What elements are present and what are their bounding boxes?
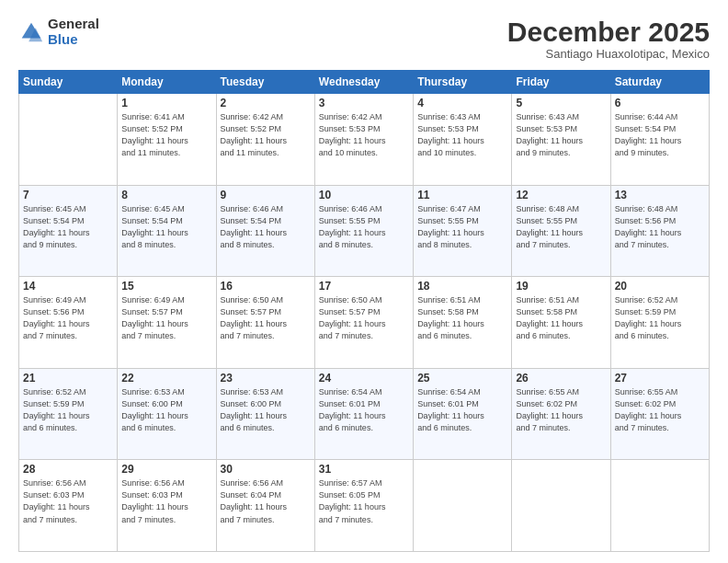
day-info: Sunrise: 6:42 AMSunset: 5:52 PMDaylight:… <box>221 111 311 159</box>
day-header-thursday: Thursday <box>414 71 512 94</box>
calendar-cell: 20Sunrise: 6:52 AMSunset: 5:59 PMDayligh… <box>610 277 709 369</box>
logo-general-text: General <box>48 17 99 32</box>
calendar-cell: 10Sunrise: 6:46 AMSunset: 5:55 PMDayligh… <box>314 185 413 277</box>
day-number: 11 <box>417 189 507 201</box>
calendar-cell: 31Sunrise: 6:57 AMSunset: 6:05 PMDayligh… <box>314 460 413 552</box>
month-title: December 2025 <box>507 17 710 47</box>
calendar-cell <box>512 460 610 552</box>
calendar-cell: 12Sunrise: 6:48 AMSunset: 5:55 PMDayligh… <box>512 185 610 277</box>
day-number: 2 <box>221 97 311 109</box>
calendar-week-row: 1Sunrise: 6:41 AMSunset: 5:52 PMDaylight… <box>19 94 710 186</box>
calendar-cell: 30Sunrise: 6:56 AMSunset: 6:04 PMDayligh… <box>216 460 314 552</box>
day-number: 16 <box>221 280 311 293</box>
day-header-monday: Monday <box>118 71 216 94</box>
day-number: 7 <box>23 189 113 201</box>
logo-icon <box>18 19 44 45</box>
calendar-cell: 18Sunrise: 6:51 AMSunset: 5:58 PMDayligh… <box>414 277 512 369</box>
calendar-cell: 21Sunrise: 6:52 AMSunset: 5:59 PMDayligh… <box>19 368 118 460</box>
calendar-cell: 4Sunrise: 6:43 AMSunset: 5:53 PMDaylight… <box>414 94 512 186</box>
day-number: 24 <box>319 372 409 385</box>
day-number: 26 <box>516 372 606 385</box>
day-header-tuesday: Tuesday <box>216 71 314 94</box>
page: General Blue December 2025 Santiago Huax… <box>0 0 728 563</box>
day-info: Sunrise: 6:49 AMSunset: 5:56 PMDaylight:… <box>23 294 113 342</box>
calendar-table: SundayMondayTuesdayWednesdayThursdayFrid… <box>18 70 710 552</box>
calendar-cell: 5Sunrise: 6:43 AMSunset: 5:53 PMDaylight… <box>512 94 610 186</box>
day-info: Sunrise: 6:42 AMSunset: 5:53 PMDaylight:… <box>319 111 409 159</box>
calendar-cell: 16Sunrise: 6:50 AMSunset: 5:57 PMDayligh… <box>216 277 314 369</box>
calendar-cell: 3Sunrise: 6:42 AMSunset: 5:53 PMDaylight… <box>314 94 413 186</box>
day-number: 27 <box>615 372 705 385</box>
calendar-week-row: 21Sunrise: 6:52 AMSunset: 5:59 PMDayligh… <box>19 368 710 460</box>
calendar-cell <box>414 460 512 552</box>
day-number: 25 <box>417 372 507 385</box>
day-info: Sunrise: 6:45 AMSunset: 5:54 PMDaylight:… <box>121 203 211 251</box>
day-number: 5 <box>516 97 606 109</box>
calendar-cell: 29Sunrise: 6:56 AMSunset: 6:03 PMDayligh… <box>118 460 216 552</box>
day-info: Sunrise: 6:53 AMSunset: 6:00 PMDaylight:… <box>221 386 311 434</box>
calendar-header-row: SundayMondayTuesdayWednesdayThursdayFrid… <box>19 71 710 94</box>
day-header-wednesday: Wednesday <box>314 71 413 94</box>
calendar-cell: 25Sunrise: 6:54 AMSunset: 6:01 PMDayligh… <box>414 368 512 460</box>
day-info: Sunrise: 6:46 AMSunset: 5:55 PMDaylight:… <box>319 203 409 251</box>
day-info: Sunrise: 6:43 AMSunset: 5:53 PMDaylight:… <box>516 111 606 159</box>
day-info: Sunrise: 6:52 AMSunset: 5:59 PMDaylight:… <box>23 386 113 434</box>
logo: General Blue <box>18 17 99 47</box>
day-info: Sunrise: 6:55 AMSunset: 6:02 PMDaylight:… <box>615 386 705 434</box>
calendar-cell: 26Sunrise: 6:55 AMSunset: 6:02 PMDayligh… <box>512 368 610 460</box>
day-number: 3 <box>319 97 409 109</box>
day-info: Sunrise: 6:57 AMSunset: 6:05 PMDaylight:… <box>319 477 409 525</box>
day-info: Sunrise: 6:51 AMSunset: 5:58 PMDaylight:… <box>417 294 507 342</box>
day-info: Sunrise: 6:46 AMSunset: 5:54 PMDaylight:… <box>221 203 311 251</box>
day-number: 15 <box>121 280 211 293</box>
day-info: Sunrise: 6:53 AMSunset: 6:00 PMDaylight:… <box>121 386 211 434</box>
day-number: 17 <box>319 280 409 293</box>
day-info: Sunrise: 6:54 AMSunset: 6:01 PMDaylight:… <box>319 386 409 434</box>
day-info: Sunrise: 6:51 AMSunset: 5:58 PMDaylight:… <box>516 294 606 342</box>
day-number: 19 <box>516 280 606 293</box>
day-number: 12 <box>516 189 606 201</box>
day-number: 23 <box>221 372 311 385</box>
header: General Blue December 2025 Santiago Huax… <box>18 17 710 61</box>
title-area: December 2025 Santiago Huaxolotipac, Mex… <box>507 17 710 61</box>
calendar-cell: 13Sunrise: 6:48 AMSunset: 5:56 PMDayligh… <box>610 185 709 277</box>
day-number: 6 <box>615 97 705 109</box>
day-header-sunday: Sunday <box>19 71 118 94</box>
day-number: 29 <box>121 463 211 476</box>
day-info: Sunrise: 6:54 AMSunset: 6:01 PMDaylight:… <box>417 386 507 434</box>
day-info: Sunrise: 6:48 AMSunset: 5:56 PMDaylight:… <box>615 203 705 251</box>
day-info: Sunrise: 6:56 AMSunset: 6:03 PMDaylight:… <box>121 477 211 525</box>
calendar-cell: 28Sunrise: 6:56 AMSunset: 6:03 PMDayligh… <box>19 460 118 552</box>
day-info: Sunrise: 6:45 AMSunset: 5:54 PMDaylight:… <box>23 203 113 251</box>
calendar-cell: 11Sunrise: 6:47 AMSunset: 5:55 PMDayligh… <box>414 185 512 277</box>
day-info: Sunrise: 6:55 AMSunset: 6:02 PMDaylight:… <box>516 386 606 434</box>
calendar-cell: 7Sunrise: 6:45 AMSunset: 5:54 PMDaylight… <box>19 185 118 277</box>
calendar-cell: 14Sunrise: 6:49 AMSunset: 5:56 PMDayligh… <box>19 277 118 369</box>
day-number: 30 <box>221 463 311 476</box>
day-info: Sunrise: 6:41 AMSunset: 5:52 PMDaylight:… <box>121 111 211 159</box>
calendar-cell: 9Sunrise: 6:46 AMSunset: 5:54 PMDaylight… <box>216 185 314 277</box>
calendar-cell: 6Sunrise: 6:44 AMSunset: 5:54 PMDaylight… <box>610 94 709 186</box>
day-number: 13 <box>615 189 705 201</box>
day-number: 10 <box>319 189 409 201</box>
day-info: Sunrise: 6:50 AMSunset: 5:57 PMDaylight:… <box>319 294 409 342</box>
day-number: 20 <box>615 280 705 293</box>
day-header-friday: Friday <box>512 71 610 94</box>
day-number: 4 <box>417 97 507 109</box>
day-info: Sunrise: 6:43 AMSunset: 5:53 PMDaylight:… <box>417 111 507 159</box>
calendar-cell: 23Sunrise: 6:53 AMSunset: 6:00 PMDayligh… <box>216 368 314 460</box>
calendar-cell: 22Sunrise: 6:53 AMSunset: 6:00 PMDayligh… <box>118 368 216 460</box>
calendar-cell: 2Sunrise: 6:42 AMSunset: 5:52 PMDaylight… <box>216 94 314 186</box>
day-info: Sunrise: 6:44 AMSunset: 5:54 PMDaylight:… <box>615 111 705 159</box>
calendar-cell: 24Sunrise: 6:54 AMSunset: 6:01 PMDayligh… <box>314 368 413 460</box>
calendar-cell: 8Sunrise: 6:45 AMSunset: 5:54 PMDaylight… <box>118 185 216 277</box>
logo-text: General Blue <box>48 17 99 47</box>
location: Santiago Huaxolotipac, Mexico <box>507 47 710 61</box>
logo-blue-text: Blue <box>48 32 99 48</box>
day-info: Sunrise: 6:56 AMSunset: 6:03 PMDaylight:… <box>23 477 113 525</box>
day-number: 8 <box>121 189 211 201</box>
calendar-week-row: 28Sunrise: 6:56 AMSunset: 6:03 PMDayligh… <box>19 460 710 552</box>
calendar-cell: 17Sunrise: 6:50 AMSunset: 5:57 PMDayligh… <box>314 277 413 369</box>
day-info: Sunrise: 6:47 AMSunset: 5:55 PMDaylight:… <box>417 203 507 251</box>
day-number: 31 <box>319 463 409 476</box>
